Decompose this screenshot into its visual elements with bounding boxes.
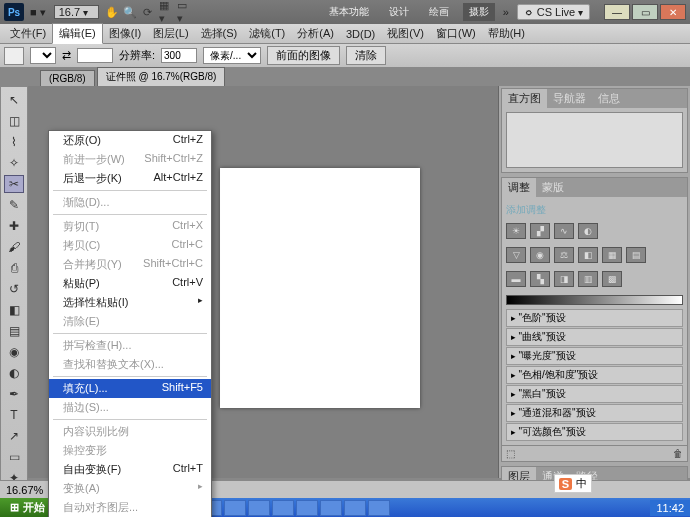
edit-menu-item[interactable]: 选择性粘贴(I)▸: [49, 293, 211, 312]
gradmap-icon[interactable]: ▥: [578, 271, 598, 287]
menu-analysis[interactable]: 分析(A): [291, 24, 340, 43]
move-tool[interactable]: ↖: [4, 91, 24, 109]
workspace-painting[interactable]: 绘画: [423, 3, 455, 21]
preset-hue[interactable]: "色相/饱和度"预设: [506, 366, 683, 384]
pen-tool[interactable]: ✒: [4, 385, 24, 403]
resolution-unit[interactable]: 像素/...: [203, 47, 261, 64]
workspace-design[interactable]: 设计: [383, 3, 415, 21]
workspace-photography[interactable]: 摄影: [463, 3, 495, 21]
crop-tool-preset[interactable]: [4, 47, 24, 65]
invert-icon[interactable]: ▬: [506, 271, 526, 287]
workspace-essentials[interactable]: 基本功能: [323, 3, 375, 21]
preset-levels[interactable]: "色阶"预设: [506, 309, 683, 327]
marquee-tool[interactable]: ◫: [4, 112, 24, 130]
swap-icon[interactable]: ⇄: [62, 49, 71, 62]
edit-menu-item[interactable]: 还原(O)Ctrl+Z: [49, 131, 211, 150]
resolution-input[interactable]: [161, 48, 197, 63]
eyedropper-tool[interactable]: ✎: [4, 196, 24, 214]
edit-menu-item[interactable]: 后退一步(K)Alt+Ctrl+Z: [49, 169, 211, 188]
shape-tool[interactable]: ▭: [4, 448, 24, 466]
hand-icon[interactable]: ✋: [105, 5, 119, 19]
document-canvas[interactable]: [220, 168, 420, 408]
adjust-clip-icon[interactable]: ⬚: [506, 448, 515, 459]
taskbar-item[interactable]: [320, 500, 342, 516]
exposure-icon[interactable]: ◐: [578, 223, 598, 239]
menu-file[interactable]: 文件(F): [4, 24, 52, 43]
menu-image[interactable]: 图像(I): [103, 24, 147, 43]
levels-icon[interactable]: ▞: [530, 223, 550, 239]
dodge-tool[interactable]: ◐: [4, 364, 24, 382]
edit-menu-item[interactable]: 填充(L)...Shift+F5: [49, 379, 211, 398]
tab-info[interactable]: 信息: [592, 89, 626, 108]
tab-masks[interactable]: 蒙版: [536, 178, 570, 197]
brush-tool[interactable]: 🖌: [4, 238, 24, 256]
system-tray[interactable]: 11:42: [650, 500, 690, 516]
edit-menu-item[interactable]: 自由变换(F)Ctrl+T: [49, 460, 211, 479]
window-close[interactable]: ✕: [660, 4, 686, 20]
threshold-icon[interactable]: ◨: [554, 271, 574, 287]
menu-window[interactable]: 窗口(W): [430, 24, 482, 43]
taskbar-item[interactable]: [368, 500, 390, 516]
menu-view[interactable]: 视图(V): [381, 24, 430, 43]
menu-select[interactable]: 选择(S): [195, 24, 244, 43]
photofilter-icon[interactable]: ▦: [602, 247, 622, 263]
preset-selcolor[interactable]: "可选颜色"预设: [506, 423, 683, 441]
tab-navigator[interactable]: 导航器: [547, 89, 592, 108]
tab-histogram[interactable]: 直方图: [502, 89, 547, 108]
channelmix-icon[interactable]: ▤: [626, 247, 646, 263]
more-workspaces[interactable]: »: [503, 6, 509, 18]
eraser-tool[interactable]: ◧: [4, 301, 24, 319]
path-tool[interactable]: ↗: [4, 427, 24, 445]
hue-icon[interactable]: ◉: [530, 247, 550, 263]
window-minimize[interactable]: —: [604, 4, 630, 20]
posterize-icon[interactable]: ▚: [530, 271, 550, 287]
tab-adjustments[interactable]: 调整: [502, 178, 536, 197]
lasso-tool[interactable]: ⌇: [4, 133, 24, 151]
edit-menu-item[interactable]: 粘贴(P)Ctrl+V: [49, 274, 211, 293]
doc-tab-2[interactable]: 证件照 @ 16.7%(RGB/8): [97, 67, 226, 86]
clear-button[interactable]: 清除: [346, 46, 386, 65]
doc-tab-1[interactable]: (RGB/8): [40, 70, 95, 86]
curves-icon[interactable]: ∿: [554, 223, 574, 239]
preset-channelmix[interactable]: "通道混和器"预设: [506, 404, 683, 422]
menu-filter[interactable]: 滤镜(T): [243, 24, 291, 43]
menu-edit[interactable]: 编辑(E): [52, 23, 103, 44]
crop-aspect-dropdown[interactable]: [30, 47, 56, 64]
start-button[interactable]: ⊞ 开始: [0, 498, 55, 517]
taskbar-item[interactable]: [272, 500, 294, 516]
gradient-tool[interactable]: ▤: [4, 322, 24, 340]
crop-width-input[interactable]: [77, 48, 113, 63]
preset-exposure[interactable]: "曝光度"预设: [506, 347, 683, 365]
front-image-button[interactable]: 前面的图像: [267, 46, 340, 65]
taskbar-item[interactable]: [224, 500, 246, 516]
taskbar-item[interactable]: [344, 500, 366, 516]
preset-bw[interactable]: "黑白"预设: [506, 385, 683, 403]
zoom-icon[interactable]: 🔍: [123, 5, 137, 19]
vibrance-icon[interactable]: ▽: [506, 247, 526, 263]
bw-icon[interactable]: ◧: [578, 247, 598, 263]
menu-flyout-icon[interactable]: ■ ▾: [30, 6, 46, 19]
ime-badge[interactable]: S 中: [554, 474, 592, 493]
adjust-trash-icon[interactable]: 🗑: [673, 448, 683, 459]
brightness-icon[interactable]: ☀: [506, 223, 526, 239]
history-brush-tool[interactable]: ↺: [4, 280, 24, 298]
taskbar-item[interactable]: [296, 500, 318, 516]
crop-tool[interactable]: ✂: [4, 175, 24, 193]
taskbar-item[interactable]: [248, 500, 270, 516]
blur-tool[interactable]: ◉: [4, 343, 24, 361]
selcolor-icon[interactable]: ▩: [602, 271, 622, 287]
cs-live-button[interactable]: ⭘ CS Live ▾: [517, 4, 590, 20]
menu-help[interactable]: 帮助(H): [482, 24, 531, 43]
rotate-icon[interactable]: ⟳: [141, 5, 155, 19]
screen-icon[interactable]: ▭ ▾: [177, 5, 191, 19]
menu-layer[interactable]: 图层(L): [147, 24, 194, 43]
wand-tool[interactable]: ✧: [4, 154, 24, 172]
colorbalance-icon[interactable]: ⚖: [554, 247, 574, 263]
preset-curves[interactable]: "曲线"预设: [506, 328, 683, 346]
menu-3d[interactable]: 3D(D): [340, 26, 381, 42]
zoom-dropdown[interactable]: 16.7 ▾: [54, 5, 99, 19]
status-zoom[interactable]: 16.67%: [6, 484, 43, 496]
arrange-icon[interactable]: ▦ ▾: [159, 5, 173, 19]
stamp-tool[interactable]: ⎙: [4, 259, 24, 277]
healing-tool[interactable]: ✚: [4, 217, 24, 235]
